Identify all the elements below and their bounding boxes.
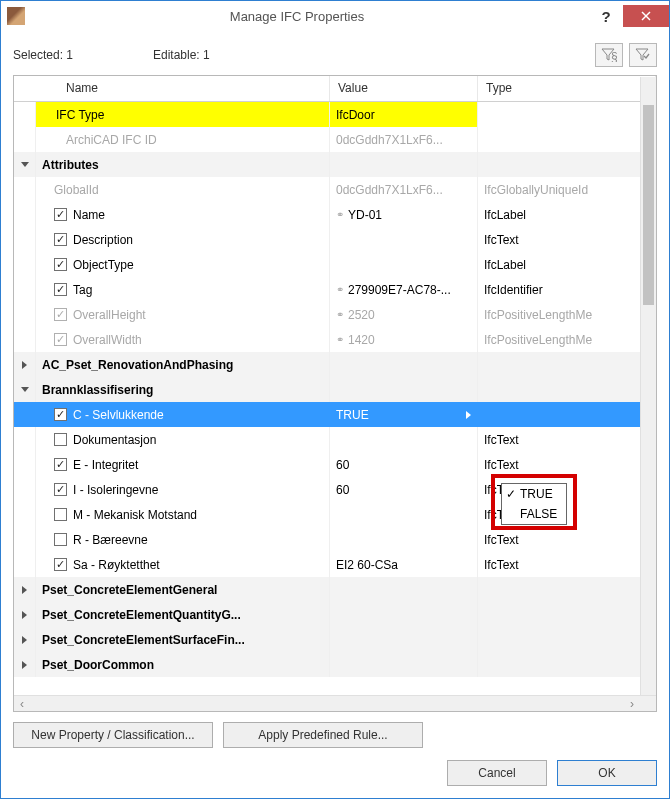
value-cell[interactable] (330, 527, 478, 552)
value-cell[interactable] (330, 502, 478, 527)
expand-cell[interactable] (14, 202, 36, 227)
table-row[interactable]: IFC TypeIfcDoor (14, 102, 656, 127)
help-button[interactable]: ? (591, 5, 621, 27)
table-row[interactable]: ✓OverallWidth⚭1420IfcPositiveLengthMe (14, 327, 656, 352)
column-type[interactable]: Type (478, 76, 656, 101)
value-cell[interactable]: ⚭1420 (330, 327, 478, 352)
checkbox[interactable]: ✓ (54, 258, 67, 271)
value-cell[interactable]: ⚭2520 (330, 302, 478, 327)
table-row[interactable]: ✓DescriptionIfcText (14, 227, 656, 252)
value-cell[interactable]: ⚭279909E7-AC78-... (330, 277, 478, 302)
table-row[interactable]: ✓Name⚭YD-01IfcLabel (14, 202, 656, 227)
scrollbar-thumb[interactable] (643, 105, 654, 305)
filter-scheme-button[interactable]: § (595, 43, 623, 67)
column-name[interactable]: Name (36, 76, 330, 101)
value-cell[interactable] (330, 377, 478, 402)
expand-cell[interactable] (14, 177, 36, 202)
value-cell[interactable]: 0dcGddh7X1LxF6... (330, 177, 478, 202)
expand-cell[interactable] (14, 427, 36, 452)
table-row[interactable]: ✓C - SelvlukkendeTRUE (14, 402, 656, 427)
expand-cell[interactable] (14, 452, 36, 477)
table-row[interactable]: ✓E - Integritet60IfcText (14, 452, 656, 477)
expand-cell[interactable] (14, 577, 36, 602)
table-row[interactable]: Pset_ConcreteElementGeneral (14, 577, 656, 602)
value-cell[interactable] (330, 577, 478, 602)
expand-cell[interactable] (14, 252, 36, 277)
new-property-button[interactable]: New Property / Classification... (13, 722, 213, 748)
expand-cell[interactable] (14, 127, 36, 152)
name-cell: ✓C - Selvlukkende (36, 402, 330, 427)
ok-button[interactable]: OK (557, 760, 657, 786)
filter-check-button[interactable] (629, 43, 657, 67)
value-cell[interactable] (330, 627, 478, 652)
checkbox[interactable]: ✓ (54, 408, 67, 421)
table-row[interactable]: ✓Sa - RøyktetthetEI2 60-CSaIfcText (14, 552, 656, 577)
scroll-right-icon[interactable]: › (624, 697, 640, 711)
table-row[interactable]: AC_Pset_RenovationAndPhasing (14, 352, 656, 377)
table-row[interactable]: ArchiCAD IFC ID0dcGddh7X1LxF6... (14, 127, 656, 152)
table-row[interactable]: Pset_ConcreteElementQuantityG... (14, 602, 656, 627)
expand-cell[interactable] (14, 627, 36, 652)
expand-cell[interactable] (14, 602, 36, 627)
name-cell: GlobalId (36, 177, 330, 202)
checkbox[interactable]: ✓ (54, 233, 67, 246)
table-row[interactable]: Pset_DoorCommon (14, 652, 656, 677)
table-row[interactable]: DokumentasjonIfcText (14, 427, 656, 452)
checkbox[interactable]: ✓ (54, 283, 67, 296)
value-cell[interactable] (330, 227, 478, 252)
dropdown-item-false[interactable]: FALSE (502, 504, 566, 524)
checkbox[interactable]: ✓ (54, 208, 67, 221)
value-cell[interactable] (330, 252, 478, 277)
expand-cell[interactable] (14, 527, 36, 552)
value-cell[interactable]: 60 (330, 452, 478, 477)
column-value[interactable]: Value (330, 76, 478, 101)
expand-cell[interactable] (14, 102, 36, 127)
checkbox[interactable] (54, 508, 67, 521)
expand-cell[interactable] (14, 302, 36, 327)
value-cell[interactable]: IfcDoor (330, 102, 478, 127)
table-row[interactable]: GlobalId0dcGddh7X1LxF6...IfcGloballyUniq… (14, 177, 656, 202)
value-cell[interactable]: TRUE (330, 402, 478, 427)
dropdown-arrow-icon[interactable] (466, 411, 471, 419)
expand-cell[interactable] (14, 152, 36, 177)
expand-cell[interactable] (14, 327, 36, 352)
expand-cell[interactable] (14, 552, 36, 577)
scroll-left-icon[interactable]: ‹ (14, 697, 30, 711)
table-row[interactable]: Pset_ConcreteElementSurfaceFin... (14, 627, 656, 652)
table-row[interactable]: R - BæreevneIfcText (14, 527, 656, 552)
checkbox[interactable]: ✓ (54, 458, 67, 471)
value-cell[interactable]: EI2 60-CSa (330, 552, 478, 577)
checkbox[interactable] (54, 433, 67, 446)
value-cell[interactable] (330, 652, 478, 677)
horizontal-scrollbar[interactable]: ‹ › (14, 695, 656, 711)
table-row[interactable]: ✓OverallHeight⚭2520IfcPositiveLengthMe (14, 302, 656, 327)
table-row[interactable]: ✓ObjectTypeIfcLabel (14, 252, 656, 277)
table-row[interactable]: ✓Tag⚭279909E7-AC78-...IfcIdentifier (14, 277, 656, 302)
checkbox[interactable] (54, 533, 67, 546)
value-dropdown[interactable]: ✓ TRUE FALSE (501, 483, 567, 525)
table-row[interactable]: Brannklassifisering (14, 377, 656, 402)
value-cell[interactable]: 0dcGddh7X1LxF6... (330, 127, 478, 152)
value-cell[interactable]: 60 (330, 477, 478, 502)
value-cell[interactable] (330, 427, 478, 452)
checkbox[interactable]: ✓ (54, 558, 67, 571)
value-cell[interactable]: ⚭YD-01 (330, 202, 478, 227)
expand-cell[interactable] (14, 477, 36, 502)
apply-rule-button[interactable]: Apply Predefined Rule... (223, 722, 423, 748)
expand-cell[interactable] (14, 352, 36, 377)
expand-cell[interactable] (14, 377, 36, 402)
checkbox[interactable]: ✓ (54, 483, 67, 496)
expand-cell[interactable] (14, 402, 36, 427)
table-row[interactable]: Attributes (14, 152, 656, 177)
value-cell[interactable] (330, 352, 478, 377)
value-cell[interactable] (330, 152, 478, 177)
vertical-scrollbar[interactable] (640, 77, 656, 695)
close-button[interactable] (623, 5, 669, 27)
expand-cell[interactable] (14, 277, 36, 302)
cancel-button[interactable]: Cancel (447, 760, 547, 786)
expand-cell[interactable] (14, 652, 36, 677)
expand-cell[interactable] (14, 227, 36, 252)
expand-cell[interactable] (14, 502, 36, 527)
value-cell[interactable] (330, 602, 478, 627)
dropdown-item-true[interactable]: ✓ TRUE (502, 484, 566, 504)
